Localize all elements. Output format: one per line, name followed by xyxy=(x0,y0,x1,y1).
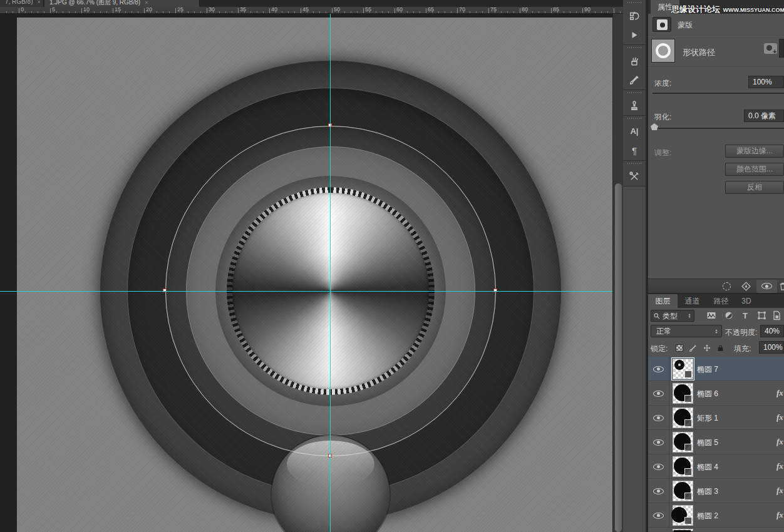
layer-thumbnail[interactable] xyxy=(673,407,693,428)
document-tab-active[interactable]: 1.JPG @ 66.7% (图层 9, RGB/8)× xyxy=(44,0,200,7)
density-label: 浓度: xyxy=(654,78,671,89)
add-mask-icon[interactable]: + xyxy=(764,43,777,54)
paragraph-panel-icon[interactable]: ¶ xyxy=(623,141,646,160)
pixel-layers-filter-icon[interactable] xyxy=(705,310,718,321)
path-anchor-east[interactable] xyxy=(493,289,497,292)
layer-visibility-toggle[interactable] xyxy=(648,430,669,454)
layer-visibility-toggle[interactable] xyxy=(648,357,669,381)
color-range-button[interactable]: 颜色范围... xyxy=(725,163,784,176)
ruler-tick xyxy=(388,11,389,13)
ruler-tick xyxy=(451,11,451,13)
lock-move-icon[interactable] xyxy=(702,343,712,353)
layer-visibility-toggle[interactable] xyxy=(648,454,669,479)
layer-row[interactable]: 椭圆 3 fx xyxy=(648,479,784,503)
layer-visibility-toggle[interactable] xyxy=(648,479,669,503)
lock-paint-icon[interactable] xyxy=(688,343,698,353)
lock-transparent-icon[interactable] xyxy=(674,343,684,353)
opacity-value[interactable]: 40% xyxy=(760,325,784,337)
layer-row[interactable]: 椭圆 7 xyxy=(648,357,784,381)
lock-all-icon[interactable] xyxy=(715,343,725,353)
character-panel-icon[interactable]: A| xyxy=(623,121,646,141)
layer-visibility-toggle[interactable] xyxy=(648,406,669,430)
blend-mode-value: 正常 xyxy=(656,327,671,335)
clone-source-icon[interactable] xyxy=(623,96,646,115)
shape-path-badge-icon xyxy=(684,493,692,500)
ruler-tick xyxy=(520,8,520,13)
adjustment-layers-filter-icon[interactable] xyxy=(723,310,735,321)
eye-icon xyxy=(653,513,664,519)
drag-grip-icon[interactable] xyxy=(627,47,642,48)
ruler-tick xyxy=(438,11,439,13)
layer-filter-row: 类型 ▲▼ T xyxy=(648,308,784,324)
canvas-image[interactable] xyxy=(17,18,612,532)
shape-layers-filter-icon[interactable] xyxy=(755,310,768,321)
layer-row-partial xyxy=(648,528,784,531)
layer-row[interactable]: 椭圆 4 fx xyxy=(648,454,784,479)
path-anchor-west[interactable] xyxy=(163,289,167,292)
layer-thumbnail[interactable] xyxy=(673,481,693,501)
layer-thumbnail[interactable] xyxy=(673,359,693,379)
smart-object-filter-icon[interactable] xyxy=(770,310,783,321)
layer-thumbnail[interactable] xyxy=(673,456,693,477)
layer-name: 椭圆 5 xyxy=(697,437,718,448)
drag-grip-icon[interactable] xyxy=(627,92,642,93)
type-layers-filter-icon[interactable]: T xyxy=(739,310,751,321)
layer-row[interactable]: 椭圆 2 fx xyxy=(648,503,784,528)
tab-3d[interactable]: 3D xyxy=(735,294,758,308)
canvas-viewport[interactable] xyxy=(0,14,612,532)
vertical-guide[interactable] xyxy=(330,14,331,532)
tab-layers[interactable]: 图层 xyxy=(648,294,678,308)
tab-paths[interactable]: 路径 xyxy=(707,294,735,308)
close-icon[interactable]: × xyxy=(37,0,40,5)
layer-row[interactable]: 矩形 1 fx xyxy=(648,406,784,430)
mask-edge-button[interactable]: 蒙版边缘... xyxy=(725,145,784,158)
ruler-tick xyxy=(6,11,7,13)
history-icon[interactable] xyxy=(623,6,646,25)
layer-name: 椭圆 4 xyxy=(697,462,718,473)
dock-section xyxy=(623,45,646,90)
layer-visibility-toggle[interactable] xyxy=(648,503,669,528)
horizontal-guide[interactable] xyxy=(0,291,612,292)
ruler-tick xyxy=(576,11,577,13)
selection-from-mask-icon[interactable] xyxy=(723,282,731,290)
ruler-tick xyxy=(564,11,564,13)
vector-mask-button[interactable] xyxy=(779,39,784,58)
tool-presets-icon[interactable] xyxy=(623,166,646,186)
actions-play-icon[interactable] xyxy=(623,25,646,44)
ruler-tick xyxy=(56,11,57,13)
density-value[interactable]: 100% xyxy=(748,76,784,88)
drag-grip-icon[interactable] xyxy=(627,2,642,3)
density-slider[interactable] xyxy=(652,93,784,95)
layer-thumbnail[interactable] xyxy=(673,432,693,453)
layer-thumbnail[interactable] xyxy=(673,383,693,404)
fill-value[interactable]: 100% xyxy=(759,341,784,354)
apply-mask-icon[interactable] xyxy=(741,281,751,292)
layer-row[interactable]: 椭圆 5 fx xyxy=(648,430,784,454)
brush-settings-icon[interactable] xyxy=(623,70,646,90)
vertical-scrollbar[interactable] xyxy=(612,14,623,532)
drag-grip-icon[interactable] xyxy=(627,118,642,119)
close-icon[interactable]: × xyxy=(145,0,148,6)
layer-shape-preview xyxy=(674,360,684,370)
tab-properties[interactable]: 属性 xyxy=(651,0,679,14)
ruler-tick xyxy=(19,8,19,13)
ruler-label: 0 xyxy=(21,6,24,13)
feather-slider[interactable] xyxy=(652,128,784,130)
ruler-tick xyxy=(319,11,320,13)
ruler-tick xyxy=(194,11,195,13)
scrollbar-thumb[interactable] xyxy=(615,183,622,532)
tab-channels[interactable]: 通道 xyxy=(678,294,707,308)
blend-mode-dropdown[interactable]: 正常 ▲▼ xyxy=(651,325,722,337)
feather-slider-thumb[interactable] xyxy=(651,123,658,130)
feather-value[interactable]: 0.0 像素 xyxy=(744,110,784,122)
layer-row[interactable]: 椭圆 6 fx xyxy=(648,381,784,406)
ruler-tick xyxy=(407,11,408,13)
delete-mask-trash-icon[interactable] xyxy=(778,281,784,292)
layer-visibility-toggle[interactable] xyxy=(648,381,669,406)
shape-path-thumbnail[interactable] xyxy=(651,39,675,63)
filter-kind-dropdown[interactable]: 类型 ▲▼ xyxy=(651,310,694,322)
invert-button[interactable]: 反相 xyxy=(725,181,784,194)
layer-thumbnail[interactable] xyxy=(673,505,693,526)
brush-presets-icon[interactable] xyxy=(623,51,646,70)
drag-grip-icon[interactable] xyxy=(627,163,642,164)
